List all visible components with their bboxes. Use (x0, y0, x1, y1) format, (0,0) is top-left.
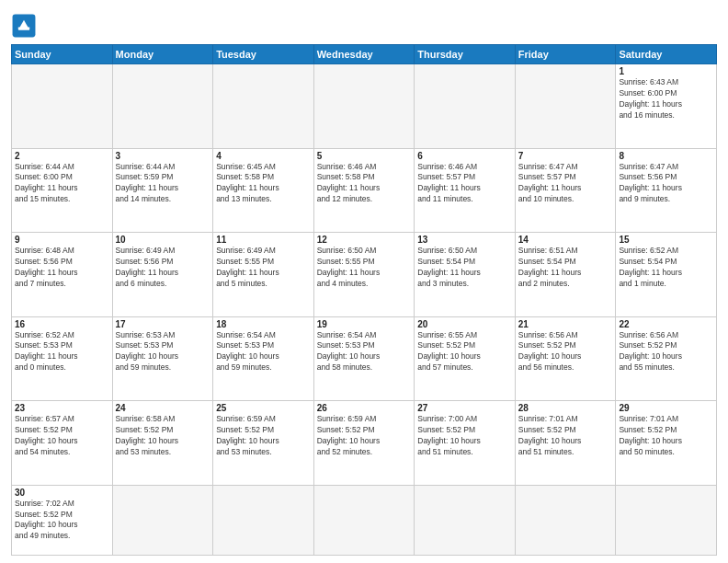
day-number: 11 (216, 235, 311, 245)
day-number: 10 (116, 235, 210, 245)
day-info: Sunrise: 6:47 AM Sunset: 5:56 PM Dayligh… (619, 162, 713, 206)
header (11, 9, 717, 39)
day-info: Sunrise: 6:59 AM Sunset: 5:52 PM Dayligh… (317, 414, 412, 458)
day-number: 19 (317, 319, 412, 329)
calendar-cell (112, 64, 213, 149)
day-info: Sunrise: 6:54 AM Sunset: 5:53 PM Dayligh… (216, 330, 311, 374)
calendar-week-row: 2Sunrise: 6:44 AM Sunset: 6:00 PM Daylig… (12, 148, 717, 233)
day-info: Sunrise: 6:45 AM Sunset: 5:58 PM Dayligh… (216, 162, 311, 206)
calendar-cell: 14Sunrise: 6:51 AM Sunset: 5:54 PM Dayli… (515, 233, 616, 317)
day-info: Sunrise: 6:51 AM Sunset: 5:54 PM Dayligh… (518, 246, 613, 290)
calendar-cell (415, 485, 516, 555)
day-info: Sunrise: 6:56 AM Sunset: 5:52 PM Dayligh… (518, 330, 613, 374)
day-info: Sunrise: 6:47 AM Sunset: 5:57 PM Dayligh… (518, 162, 613, 206)
calendar-cell (213, 64, 314, 149)
day-info: Sunrise: 6:43 AM Sunset: 6:00 PM Dayligh… (619, 77, 713, 121)
page: SundayMondayTuesdayWednesdayThursdayFrid… (0, 0, 728, 563)
calendar-cell (415, 64, 516, 149)
day-info: Sunrise: 6:49 AM Sunset: 5:56 PM Dayligh… (116, 246, 210, 290)
day-info: Sunrise: 6:48 AM Sunset: 5:56 PM Dayligh… (15, 246, 109, 290)
calendar-cell: 16Sunrise: 6:52 AM Sunset: 5:53 PM Dayli… (12, 316, 113, 401)
calendar-cell: 15Sunrise: 6:52 AM Sunset: 5:54 PM Dayli… (616, 233, 717, 317)
day-number: 16 (15, 319, 109, 329)
day-info: Sunrise: 6:50 AM Sunset: 5:55 PM Dayligh… (317, 246, 412, 290)
day-number: 1 (619, 66, 713, 76)
calendar-cell: 29Sunrise: 7:01 AM Sunset: 5:52 PM Dayli… (616, 401, 717, 486)
calendar-cell: 27Sunrise: 7:00 AM Sunset: 5:52 PM Dayli… (415, 401, 516, 486)
day-number: 7 (518, 151, 613, 161)
day-info: Sunrise: 7:02 AM Sunset: 5:52 PM Dayligh… (15, 499, 109, 543)
calendar-week-row: 9Sunrise: 6:48 AM Sunset: 5:56 PM Daylig… (12, 233, 717, 317)
day-number: 5 (317, 151, 412, 161)
calendar-cell (12, 64, 113, 149)
day-number: 18 (216, 319, 311, 329)
day-info: Sunrise: 7:01 AM Sunset: 5:52 PM Dayligh… (518, 414, 613, 458)
calendar-cell: 7Sunrise: 6:47 AM Sunset: 5:57 PM Daylig… (515, 148, 616, 233)
calendar-cell: 6Sunrise: 6:46 AM Sunset: 5:57 PM Daylig… (415, 148, 516, 233)
day-info: Sunrise: 7:01 AM Sunset: 5:52 PM Dayligh… (619, 414, 713, 458)
calendar-cell: 19Sunrise: 6:54 AM Sunset: 5:53 PM Dayli… (313, 316, 415, 401)
calendar-cell: 13Sunrise: 6:50 AM Sunset: 5:54 PM Dayli… (415, 233, 516, 317)
calendar-cell: 30Sunrise: 7:02 AM Sunset: 5:52 PM Dayli… (12, 485, 113, 555)
day-info: Sunrise: 6:50 AM Sunset: 5:54 PM Dayligh… (417, 246, 512, 290)
calendar-cell: 17Sunrise: 6:53 AM Sunset: 5:53 PM Dayli… (112, 316, 213, 401)
calendar-header-sunday: Sunday (12, 45, 113, 64)
day-number: 9 (15, 235, 109, 245)
calendar-cell (213, 485, 314, 555)
day-number: 27 (417, 403, 512, 413)
calendar-header-tuesday: Tuesday (213, 45, 314, 64)
calendar-cell: 2Sunrise: 6:44 AM Sunset: 6:00 PM Daylig… (12, 148, 113, 233)
day-info: Sunrise: 6:44 AM Sunset: 6:00 PM Dayligh… (15, 162, 109, 206)
calendar-cell: 10Sunrise: 6:49 AM Sunset: 5:56 PM Dayli… (112, 233, 213, 317)
calendar-cell: 12Sunrise: 6:50 AM Sunset: 5:55 PM Dayli… (313, 233, 415, 317)
calendar-header-monday: Monday (112, 45, 213, 64)
calendar-week-row: 30Sunrise: 7:02 AM Sunset: 5:52 PM Dayli… (12, 485, 717, 555)
calendar-cell (616, 485, 717, 555)
day-info: Sunrise: 6:52 AM Sunset: 5:54 PM Dayligh… (619, 246, 713, 290)
calendar-cell: 21Sunrise: 6:56 AM Sunset: 5:52 PM Dayli… (515, 316, 616, 401)
day-info: Sunrise: 6:58 AM Sunset: 5:52 PM Dayligh… (116, 414, 210, 458)
logo (11, 13, 40, 39)
day-number: 3 (116, 151, 210, 161)
day-info: Sunrise: 6:59 AM Sunset: 5:52 PM Dayligh… (216, 414, 311, 458)
calendar-cell: 25Sunrise: 6:59 AM Sunset: 5:52 PM Dayli… (213, 401, 314, 486)
calendar-week-row: 16Sunrise: 6:52 AM Sunset: 5:53 PM Dayli… (12, 316, 717, 401)
day-info: Sunrise: 6:56 AM Sunset: 5:52 PM Dayligh… (619, 330, 713, 374)
day-number: 28 (518, 403, 613, 413)
day-number: 12 (317, 235, 412, 245)
calendar-cell (313, 485, 415, 555)
day-info: Sunrise: 6:46 AM Sunset: 5:57 PM Dayligh… (417, 162, 512, 206)
calendar-week-row: 23Sunrise: 6:57 AM Sunset: 5:52 PM Dayli… (12, 401, 717, 486)
calendar-cell: 28Sunrise: 7:01 AM Sunset: 5:52 PM Dayli… (515, 401, 616, 486)
day-info: Sunrise: 6:53 AM Sunset: 5:53 PM Dayligh… (116, 330, 210, 374)
calendar-header-friday: Friday (515, 45, 616, 64)
day-number: 14 (518, 235, 613, 245)
day-number: 6 (417, 151, 512, 161)
calendar-table: SundayMondayTuesdayWednesdayThursdayFrid… (11, 44, 717, 556)
calendar-cell (112, 485, 213, 555)
calendar-cell (515, 485, 616, 555)
day-number: 21 (518, 319, 613, 329)
day-info: Sunrise: 6:54 AM Sunset: 5:53 PM Dayligh… (317, 330, 412, 374)
calendar-cell (313, 64, 415, 149)
svg-rect-2 (18, 28, 29, 29)
calendar-cell: 9Sunrise: 6:48 AM Sunset: 5:56 PM Daylig… (12, 233, 113, 317)
day-number: 13 (417, 235, 512, 245)
day-number: 26 (317, 403, 412, 413)
calendar-cell: 18Sunrise: 6:54 AM Sunset: 5:53 PM Dayli… (213, 316, 314, 401)
calendar-week-row: 1Sunrise: 6:43 AM Sunset: 6:00 PM Daylig… (12, 64, 717, 149)
day-number: 20 (417, 319, 512, 329)
calendar-cell: 8Sunrise: 6:47 AM Sunset: 5:56 PM Daylig… (616, 148, 717, 233)
day-info: Sunrise: 6:55 AM Sunset: 5:52 PM Dayligh… (417, 330, 512, 374)
day-info: Sunrise: 6:52 AM Sunset: 5:53 PM Dayligh… (15, 330, 109, 374)
day-info: Sunrise: 6:46 AM Sunset: 5:58 PM Dayligh… (317, 162, 412, 206)
day-number: 8 (619, 151, 713, 161)
day-number: 2 (15, 151, 109, 161)
calendar-cell: 5Sunrise: 6:46 AM Sunset: 5:58 PM Daylig… (313, 148, 415, 233)
day-number: 15 (619, 235, 713, 245)
calendar-cell: 26Sunrise: 6:59 AM Sunset: 5:52 PM Dayli… (313, 401, 415, 486)
calendar-cell: 1Sunrise: 6:43 AM Sunset: 6:00 PM Daylig… (616, 64, 717, 149)
logo-icon (11, 13, 37, 39)
calendar-cell (515, 64, 616, 149)
day-number: 17 (116, 319, 210, 329)
